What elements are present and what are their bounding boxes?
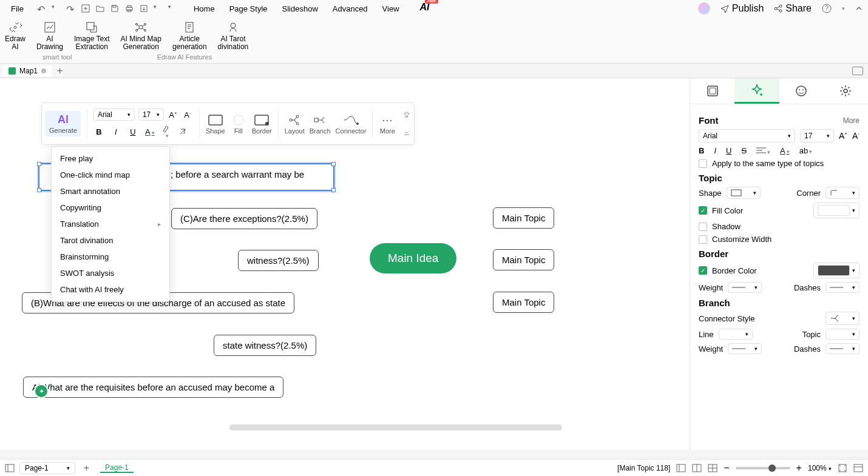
- topic-node-c[interactable]: (C)Are there exceptions?(2.5%): [171, 208, 317, 229]
- qat-customize-icon[interactable]: ▾: [168, 4, 178, 13]
- tab-page-style[interactable]: Page Style: [228, 2, 269, 16]
- topic-node-right-1[interactable]: Main Topic: [493, 207, 554, 229]
- panel-italic[interactable]: I: [714, 146, 716, 155]
- connector-style-select[interactable]: ▾: [826, 312, 860, 325]
- font-color-button[interactable]: A: [144, 127, 155, 136]
- tab-advanced[interactable]: Advanced: [331, 2, 369, 16]
- tab-view[interactable]: View: [381, 2, 401, 16]
- customize-width-check[interactable]: [699, 235, 707, 244]
- branch-line-color-select[interactable]: ▾: [719, 329, 753, 340]
- zoom-level[interactable]: 100% ▾: [808, 464, 832, 472]
- shape-button[interactable]: Shape: [206, 113, 225, 135]
- panel-font-color[interactable]: A: [780, 146, 790, 155]
- topic-node-right-2[interactable]: Main Topic: [493, 249, 554, 270]
- resize-handle-nw[interactable]: [37, 162, 41, 166]
- topic-node-state-witness[interactable]: state witness?(2.5%): [214, 335, 316, 356]
- menu-swot-analysis[interactable]: SWOT analysis: [52, 265, 169, 281]
- zoom-slider[interactable]: [736, 467, 790, 469]
- page-select[interactable]: Page-1▾: [19, 462, 75, 474]
- help-dropdown-icon[interactable]: ▾: [842, 5, 845, 12]
- branch-button[interactable]: Branch: [310, 113, 331, 135]
- export-icon[interactable]: [139, 4, 149, 13]
- menu-free-play[interactable]: Free play: [52, 150, 169, 167]
- increase-font-icon[interactable]: A+: [168, 110, 178, 119]
- menu-brainstorming[interactable]: Brainstorming: [52, 249, 169, 265]
- tab-ai[interactable]: AI Hot: [420, 2, 430, 16]
- shadow-check[interactable]: [699, 223, 707, 231]
- sp-tab-icons[interactable]: [779, 78, 824, 104]
- resize-handle-ne[interactable]: [331, 162, 336, 166]
- panel-strike[interactable]: S: [741, 146, 747, 155]
- connector-button[interactable]: Connector: [336, 113, 367, 135]
- panel-font-family-select[interactable]: Arial▾: [699, 129, 795, 142]
- sp-tab-settings[interactable]: [824, 78, 868, 104]
- clear-format-button[interactable]: [178, 127, 189, 136]
- branch-topic-select[interactable]: ▾: [826, 329, 860, 340]
- topic-node-a[interactable]: A)What are the requisites before an accu…: [23, 377, 283, 398]
- font-more-link[interactable]: More: [843, 116, 860, 125]
- undo-dropdown-icon[interactable]: ▾: [52, 4, 61, 13]
- doc-tab-map1[interactable]: Map1: [2, 65, 52, 76]
- topic-corner-select[interactable]: ▾: [826, 187, 860, 199]
- apply-same-check[interactable]: [699, 159, 707, 168]
- horizontal-scrollbar[interactable]: [229, 424, 562, 431]
- tab-home[interactable]: Home: [192, 2, 216, 16]
- active-page-tab[interactable]: Page-1: [100, 463, 134, 473]
- export-dropdown-icon[interactable]: ▾: [154, 4, 163, 13]
- open-icon[interactable]: [95, 4, 105, 13]
- fill-color-check[interactable]: ✓: [699, 206, 707, 215]
- split-view-icon[interactable]: [692, 463, 702, 473]
- ribbon-article-gen[interactable]: Article generation: [172, 21, 207, 51]
- border-color-select[interactable]: ▾: [813, 263, 860, 278]
- ribbon-image-text-extraction[interactable]: Image Text Extraction: [74, 21, 109, 51]
- menu-translation[interactable]: Translation▸: [52, 216, 169, 232]
- menu-copywriting[interactable]: Copywriting: [52, 199, 169, 216]
- underline-button[interactable]: U: [127, 127, 138, 136]
- fit-page-icon[interactable]: [838, 463, 847, 473]
- layout-button[interactable]: Layout: [285, 113, 305, 135]
- sp-tab-style[interactable]: [734, 78, 779, 104]
- topic-node-right-3[interactable]: Main Topic: [493, 292, 554, 313]
- ribbon-ai-drawing[interactable]: AI Drawing: [36, 21, 63, 51]
- topic-node-witness[interactable]: witness?(2.5%): [238, 250, 319, 271]
- zoom-out-button[interactable]: −: [724, 463, 729, 474]
- print-icon[interactable]: [124, 4, 134, 13]
- canvas[interactable]: AI Generate Arial▾ 17▾ A+ A- B I U A: [0, 78, 690, 450]
- more-button[interactable]: ⋯ More: [379, 113, 396, 135]
- sp-tab-outline[interactable]: [690, 78, 734, 104]
- grid-view-icon[interactable]: [708, 463, 717, 473]
- outline-view-icon[interactable]: [676, 463, 686, 473]
- collapse-ribbon-icon[interactable]: [855, 4, 863, 13]
- save-icon[interactable]: [110, 4, 120, 13]
- fill-color-select[interactable]: ▾: [813, 203, 860, 218]
- add-tab-button[interactable]: +: [57, 65, 63, 76]
- branch-weight-select[interactable]: ▾: [728, 343, 762, 354]
- share-button[interactable]: Share: [773, 3, 812, 14]
- panel-decrease-font[interactable]: A-: [852, 131, 860, 141]
- border-weight-select[interactable]: ▾: [728, 282, 762, 293]
- panel-increase-font[interactable]: A+: [839, 131, 847, 141]
- italic-button[interactable]: I: [110, 127, 121, 136]
- left-panel-icon[interactable]: [5, 463, 15, 473]
- pin-icon[interactable]: [403, 111, 410, 118]
- bold-button[interactable]: B: [93, 127, 104, 136]
- menu-chat-ai-freely[interactable]: Chat with AI freely: [52, 281, 169, 298]
- file-menu[interactable]: File: [5, 3, 30, 15]
- border-color-check[interactable]: ✓: [699, 266, 707, 275]
- branch-dashes-select[interactable]: ▾: [826, 343, 860, 354]
- menu-tarot-divination[interactable]: Tarot divination: [52, 232, 169, 249]
- center-node[interactable]: Main Idea: [370, 243, 456, 273]
- font-family-select[interactable]: Arial▾: [93, 109, 135, 121]
- expand-toolbar-icon[interactable]: [403, 129, 410, 136]
- menu-one-click-mind-map[interactable]: One-click mind map: [52, 167, 169, 183]
- border-button[interactable]: Border: [252, 113, 272, 135]
- fill-button[interactable]: Fill: [230, 113, 247, 135]
- decrease-font-icon[interactable]: A-: [182, 110, 193, 119]
- panel-underline[interactable]: U: [726, 146, 731, 155]
- ai-generate-button[interactable]: AI Generate: [46, 111, 81, 136]
- panel-toggle-icon[interactable]: [852, 67, 863, 75]
- panel-text-direction[interactable]: ab: [799, 146, 812, 155]
- tab-slideshow[interactable]: Slideshow: [281, 2, 319, 16]
- resize-handle-se[interactable]: [331, 188, 336, 192]
- font-size-select[interactable]: 17▾: [138, 109, 164, 121]
